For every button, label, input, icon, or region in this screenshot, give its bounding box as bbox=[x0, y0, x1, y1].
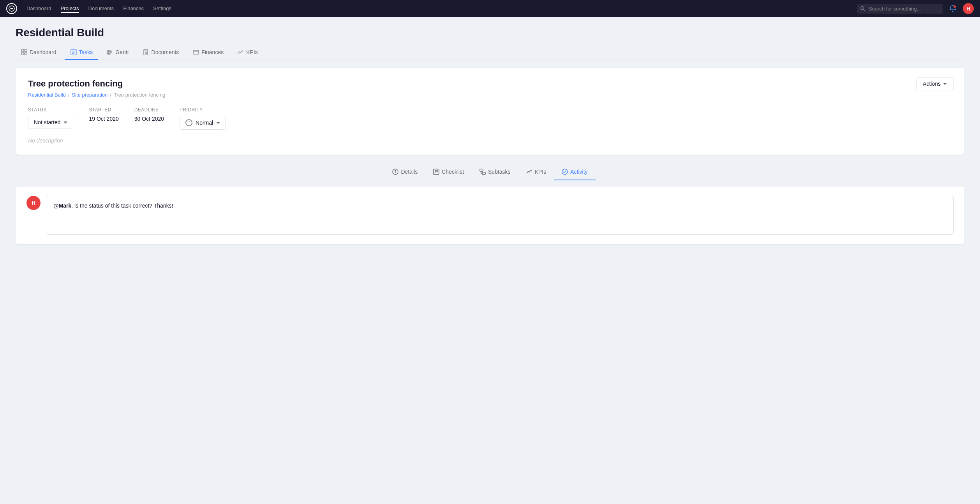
project-title: Residential Build bbox=[16, 26, 964, 39]
search-wrapper bbox=[857, 4, 943, 14]
deadline-group: Deadline 30 Oct 2020 bbox=[134, 107, 164, 122]
breadcrumb-sep2: / bbox=[110, 92, 111, 98]
svg-rect-7 bbox=[25, 53, 27, 55]
task-card: Actions Tree protection fencing Resident… bbox=[16, 68, 964, 155]
tab-kpis[interactable]: KPIs bbox=[232, 45, 263, 60]
svg-line-2 bbox=[864, 9, 865, 11]
actions-chevron-icon bbox=[943, 83, 947, 85]
app-logo[interactable] bbox=[6, 3, 17, 14]
tab-gantt-label: Gantt bbox=[115, 49, 129, 55]
task-title: Tree protection fencing bbox=[28, 79, 952, 89]
section-tab-kpis-label: KPIs bbox=[535, 169, 546, 175]
section-tab-activity[interactable]: Activity bbox=[554, 164, 595, 180]
tab-gantt[interactable]: Gantt bbox=[101, 45, 134, 60]
comment-box[interactable]: @Mark, is the status of this task correc… bbox=[47, 196, 954, 235]
activity-card: H @Mark, is the status of this task corr… bbox=[16, 187, 964, 244]
tab-tasks-label: Tasks bbox=[79, 49, 93, 55]
actions-button[interactable]: Actions bbox=[916, 77, 954, 90]
status-group: Status Not started bbox=[28, 107, 73, 129]
page-content: Residential Build Dashboard Tasks Gantt … bbox=[0, 17, 980, 254]
nav-finances[interactable]: Finances bbox=[123, 5, 144, 13]
details-icon bbox=[392, 169, 398, 175]
status-chevron-icon bbox=[63, 122, 67, 123]
breadcrumb-level2[interactable]: Site preparation bbox=[72, 92, 108, 98]
priority-chevron-icon bbox=[216, 122, 220, 124]
svg-rect-4 bbox=[21, 49, 24, 52]
svg-point-1 bbox=[861, 7, 864, 10]
section-tab-checklist[interactable]: Checklist bbox=[425, 164, 472, 180]
notifications-bell[interactable] bbox=[947, 3, 958, 14]
status-dropdown[interactable]: Not started bbox=[28, 116, 73, 129]
status-label: Status bbox=[28, 107, 73, 113]
finances-icon bbox=[193, 49, 199, 55]
status-value: Not started bbox=[34, 119, 60, 125]
comment-avatar: H bbox=[26, 196, 41, 210]
section-tab-subtasks[interactable]: Subtasks bbox=[472, 164, 518, 180]
svg-point-3 bbox=[954, 5, 956, 8]
search-input[interactable] bbox=[857, 4, 943, 14]
started-group: Started 19 Oct 2020 bbox=[89, 107, 118, 122]
gantt-icon bbox=[107, 49, 113, 55]
tab-finances[interactable]: Finances bbox=[187, 45, 229, 60]
comment-text: , is the status of this task correct? Th… bbox=[71, 203, 173, 209]
svg-rect-15 bbox=[108, 53, 110, 55]
svg-point-23 bbox=[395, 170, 396, 171]
comment-mention: @Mark bbox=[53, 203, 71, 209]
tab-dashboard-label: Dashboard bbox=[30, 49, 56, 55]
svg-rect-6 bbox=[21, 53, 24, 55]
section-tab-activity-label: Activity bbox=[570, 169, 587, 175]
breadcrumb-level1[interactable]: Residential Build bbox=[28, 92, 66, 98]
nav-dashboard[interactable]: Dashboard bbox=[26, 5, 51, 13]
svg-rect-14 bbox=[108, 52, 112, 53]
nav-projects[interactable]: Projects bbox=[61, 5, 79, 13]
top-navigation: Dashboard Projects Documents Finances Se… bbox=[0, 0, 980, 17]
activity-icon bbox=[562, 169, 568, 175]
started-value: 19 Oct 2020 bbox=[89, 116, 118, 122]
priority-dropdown[interactable]: Normal bbox=[180, 116, 226, 130]
tasks-icon bbox=[71, 49, 77, 55]
svg-rect-29 bbox=[482, 172, 485, 174]
text-cursor bbox=[174, 203, 174, 209]
kpis-icon bbox=[238, 49, 244, 55]
priority-icon bbox=[185, 119, 192, 126]
task-meta: Status Not started Started 19 Oct 2020 D… bbox=[28, 107, 952, 130]
nav-settings[interactable]: Settings bbox=[153, 5, 171, 13]
section-kpis-icon bbox=[526, 169, 532, 175]
nav-right: H bbox=[857, 3, 974, 14]
actions-label: Actions bbox=[923, 81, 941, 87]
deadline-label: Deadline bbox=[134, 107, 164, 113]
section-tab-kpis[interactable]: KPIs bbox=[518, 164, 554, 180]
priority-group: Priority Normal bbox=[180, 107, 226, 130]
checklist-icon bbox=[433, 169, 439, 175]
section-tab-checklist-label: Checklist bbox=[442, 169, 464, 175]
nav-documents[interactable]: Documents bbox=[88, 5, 114, 13]
started-label: Started bbox=[89, 107, 118, 113]
section-tab-details-label: Details bbox=[401, 169, 418, 175]
nav-links: Dashboard Projects Documents Finances Se… bbox=[26, 5, 848, 13]
svg-rect-5 bbox=[25, 49, 27, 52]
section-tab-subtasks-label: Subtasks bbox=[488, 169, 511, 175]
search-icon bbox=[860, 6, 865, 11]
user-avatar[interactable]: H bbox=[963, 3, 974, 14]
deadline-value: 30 Oct 2020 bbox=[134, 116, 164, 122]
breadcrumb-level3: Tree protection fencing bbox=[114, 92, 165, 98]
priority-value: Normal bbox=[196, 120, 213, 126]
svg-rect-19 bbox=[193, 50, 199, 54]
svg-rect-28 bbox=[480, 169, 483, 171]
svg-rect-13 bbox=[108, 50, 111, 51]
tab-documents[interactable]: Documents bbox=[137, 45, 185, 60]
section-tabs: Details Checklist Subtasks KPIs Activity bbox=[16, 164, 964, 180]
subtasks-icon bbox=[479, 169, 486, 175]
tab-documents-label: Documents bbox=[152, 49, 179, 55]
tab-finances-label: Finances bbox=[201, 49, 224, 55]
project-tabs: Dashboard Tasks Gantt Documents Finances bbox=[16, 45, 964, 60]
dashboard-icon bbox=[21, 49, 27, 55]
documents-icon bbox=[143, 49, 149, 55]
task-description: No description bbox=[28, 137, 952, 144]
tab-tasks[interactable]: Tasks bbox=[65, 45, 99, 60]
tab-kpis-label: KPIs bbox=[246, 49, 258, 55]
section-tab-details[interactable]: Details bbox=[384, 164, 425, 180]
breadcrumb: Residential Build / Site preparation / T… bbox=[28, 92, 952, 98]
tab-dashboard[interactable]: Dashboard bbox=[16, 45, 62, 60]
priority-label: Priority bbox=[180, 107, 226, 113]
